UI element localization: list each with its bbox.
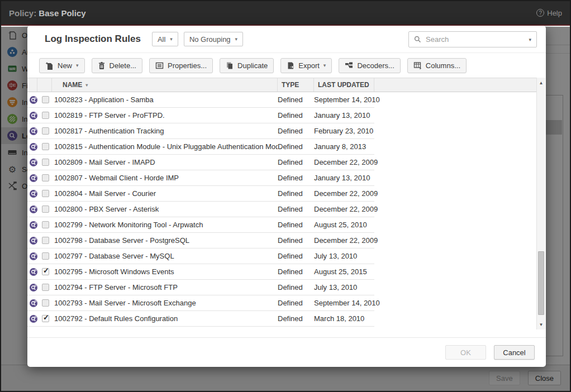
rule-type: Defined <box>278 221 314 229</box>
rule-name: 1002817 - Authentication Tracking <box>54 127 278 135</box>
row-checkbox[interactable] <box>42 190 49 197</box>
table-row[interactable]: ✓ 1002795 - Microsoft Windows Events Def… <box>27 264 374 280</box>
table-row[interactable]: 1002794 - FTP Server - Microsoft FTP Def… <box>27 280 374 295</box>
cancel-button[interactable]: Cancel <box>494 345 535 360</box>
log-inspection-rule-icon <box>30 221 37 229</box>
row-checkbox[interactable]: ✓ <box>42 315 49 322</box>
row-checkbox[interactable] <box>42 284 49 291</box>
table-row[interactable]: 1002793 - Mail Server - Microsoft Exchan… <box>27 295 374 311</box>
table-row[interactable]: 1002799 - Network Monitoring Tool - Arpw… <box>27 217 374 233</box>
row-checkbox[interactable] <box>42 127 49 135</box>
properties-button[interactable]: Properties... <box>149 58 213 73</box>
rule-type: Defined <box>278 205 314 213</box>
table-row[interactable]: 1002804 - Mail Server - Courier Defined … <box>27 186 374 202</box>
table-row[interactable]: 1002809 - Mail Server - IMAPD Defined De… <box>27 155 374 170</box>
row-checkbox[interactable] <box>42 112 49 119</box>
dialog-titlebar: Log Inspection Rules All ▾ No Grouping ▾… <box>27 26 546 53</box>
columns-icon <box>413 61 422 70</box>
column-header-name[interactable]: NAME ▾ <box>52 78 278 92</box>
grouping-dropdown[interactable]: No Grouping ▾ <box>184 32 243 46</box>
rule-last-updated: December 22, 2009 <box>314 205 374 213</box>
row-checkbox[interactable] <box>42 96 49 103</box>
log-inspection-rule-icon <box>30 112 37 119</box>
export-button[interactable]: Export ▾ <box>280 58 332 73</box>
export-button-label: Export <box>298 61 320 70</box>
row-checkbox[interactable] <box>42 237 49 244</box>
row-checkbox[interactable] <box>42 174 49 181</box>
column-checkbox <box>37 78 52 92</box>
help-button[interactable]: ? Help <box>536 9 562 17</box>
row-checkbox[interactable] <box>42 159 49 166</box>
grouping-dropdown-value: No Grouping <box>189 35 231 44</box>
log-inspection-rule-icon <box>30 315 37 323</box>
sort-desc-icon: ▾ <box>85 83 88 88</box>
column-filler <box>374 78 536 92</box>
trash-icon <box>98 61 106 70</box>
rule-name: 1002809 - Mail Server - IMAPD <box>54 158 278 166</box>
column-icon <box>27 78 37 92</box>
rule-last-updated: September 14, 2010 <box>314 299 374 307</box>
chevron-down-icon: ▾ <box>170 36 173 42</box>
table-row[interactable]: 1002817 - Authentication Tracking Define… <box>27 123 374 139</box>
column-header-last-updated[interactable]: LAST UPDATED <box>314 78 374 92</box>
columns-button-label: Columns... <box>426 61 460 70</box>
log-inspection-rule-icon <box>30 96 37 104</box>
rule-last-updated: December 22, 2009 <box>314 189 374 198</box>
rule-name: 1002819 - FTP Server - ProFTPD. <box>54 111 278 119</box>
page-title-name: Base Policy <box>39 8 85 18</box>
table-row[interactable]: 1002807 - Webmail Client - Horde IMP Def… <box>27 170 374 186</box>
rule-type: Defined <box>278 158 314 166</box>
filter-dropdown-value: All <box>158 35 165 44</box>
new-file-icon <box>45 61 54 70</box>
rule-name: 1002797 - Database Server - MySQL <box>54 252 278 260</box>
table-row[interactable]: 1002798 - Database Server - PostgreSQL D… <box>27 233 374 248</box>
table-row[interactable]: 1002815 - Authentication Module - Unix P… <box>27 139 374 155</box>
rule-last-updated: March 18, 2010 <box>314 314 374 323</box>
duplicate-icon <box>226 61 234 70</box>
rule-last-updated: February 23, 2010 <box>314 127 374 135</box>
rule-name: 1002800 - PBX Server - Asterisk <box>54 205 278 213</box>
table-row[interactable]: 1002797 - Database Server - MySQL Define… <box>27 248 374 264</box>
rule-name: 1002798 - Database Server - PostgreSQL <box>54 236 278 245</box>
scroll-down-icon[interactable]: ▼ <box>537 321 545 328</box>
duplicate-button[interactable]: Duplicate <box>220 58 274 73</box>
table-row[interactable]: 1002823 - Application - Samba Defined Se… <box>27 92 374 108</box>
decoders-button-label: Decoders... <box>357 61 394 70</box>
decoders-button[interactable]: Decoders... <box>339 58 400 73</box>
log-inspection-rule-icon <box>30 190 37 198</box>
row-checkbox[interactable]: ✓ <box>42 268 49 275</box>
table-row[interactable]: 1002819 - FTP Server - ProFTPD. Defined … <box>27 108 374 123</box>
log-inspection-rule-icon <box>30 237 37 245</box>
filter-dropdown[interactable]: All ▾ <box>152 32 178 46</box>
table-header: NAME ▾ TYPE LAST UPDATED <box>27 78 536 92</box>
scroll-up-icon[interactable]: ▲ <box>537 79 545 87</box>
column-header-type[interactable]: TYPE <box>278 78 314 92</box>
row-checkbox[interactable] <box>42 299 49 307</box>
log-inspection-rule-icon <box>30 205 37 213</box>
rule-type: Defined <box>278 267 314 276</box>
search-options-chevron-icon[interactable]: ▾ <box>529 37 531 42</box>
table-scrollbar[interactable]: ▲ ▼ <box>536 78 545 329</box>
rule-last-updated: July 13, 2010 <box>314 283 374 291</box>
row-checkbox[interactable] <box>42 205 49 213</box>
search-box[interactable]: ▾ <box>408 31 537 47</box>
log-inspection-rule-icon <box>30 284 37 291</box>
table-row[interactable]: ✓ 1002792 - Default Rules Configuration … <box>27 311 374 327</box>
rule-type: Defined <box>278 111 314 119</box>
rule-last-updated: August 25, 2015 <box>314 267 374 276</box>
dialog-toolbar: New ▾ Delete... Properties... Duplicate … <box>27 53 546 78</box>
delete-button[interactable]: Delete... <box>92 58 142 73</box>
scrollbar-thumb[interactable] <box>538 251 544 315</box>
ok-button[interactable]: OK <box>445 345 486 360</box>
rule-type: Defined <box>278 174 314 182</box>
rule-name: 1002807 - Webmail Client - Horde IMP <box>54 174 278 182</box>
search-input[interactable] <box>426 35 524 44</box>
columns-button[interactable]: Columns... <box>407 58 467 73</box>
row-checkbox[interactable] <box>42 252 49 260</box>
row-checkbox[interactable] <box>42 143 49 150</box>
new-button[interactable]: New ▾ <box>39 58 85 73</box>
row-checkbox[interactable] <box>42 221 49 228</box>
rule-type: Defined <box>278 95 314 104</box>
table-row[interactable]: 1002800 - PBX Server - Asterisk Defined … <box>27 202 374 217</box>
log-inspection-rule-icon <box>30 268 37 276</box>
